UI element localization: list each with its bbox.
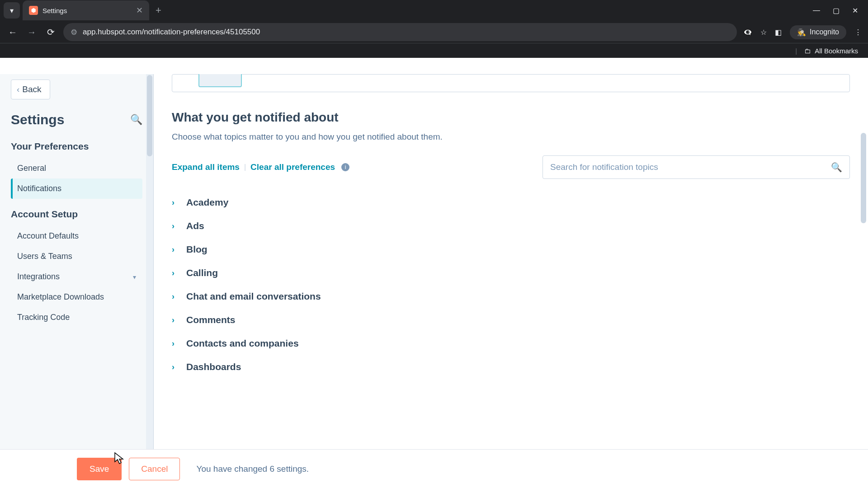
url-text: app.hubspot.com/notification-preferences… [83, 28, 260, 37]
close-tab-icon[interactable]: ✕ [136, 5, 143, 15]
search-icon[interactable]: 🔍 [831, 162, 842, 173]
forward-nav-icon[interactable]: → [25, 27, 38, 38]
main-scrollbar-thumb[interactable] [861, 133, 866, 223]
new-tab-button[interactable]: + [156, 5, 161, 16]
topic-label: Academy [186, 197, 228, 208]
chevron-right-icon: › [172, 315, 179, 325]
address-bar: ← → ⟳ ⚙ app.hubspot.com/notification-pre… [0, 21, 868, 43]
topic-row-comments[interactable]: ›Comments [172, 308, 850, 332]
topic-search-input[interactable] [550, 162, 831, 172]
topic-search-box[interactable]: 🔍 [542, 155, 850, 179]
topic-label: Contacts and companies [186, 338, 299, 349]
save-button[interactable]: Save [77, 458, 122, 480]
bookmark-star-icon[interactable]: ☆ [760, 28, 767, 37]
changed-count-text: You have changed 6 settings. [196, 464, 309, 474]
tab-bar: ▾ ⬢ Settings ✕ + ― ▢ ✕ [0, 0, 868, 21]
topic-label: Calling [186, 267, 218, 278]
folder-icon: 🗀 [804, 47, 811, 55]
topic-row-contacts-companies[interactable]: ›Contacts and companies [172, 332, 850, 355]
topic-row-dashboards[interactable]: ›Dashboards [172, 355, 850, 379]
sidebar-scrollbar-track[interactable] [146, 74, 153, 488]
settings-heading: Settings [11, 112, 64, 127]
topic-row-chat-email[interactable]: ›Chat and email conversations [172, 285, 850, 308]
section-subtext: Choose what topics matter to you and how… [172, 132, 850, 142]
bookmarks-bar: | 🗀 All Bookmarks [0, 43, 868, 58]
chevron-right-icon: › [172, 221, 179, 231]
chevron-right-icon: › [172, 198, 179, 207]
all-bookmarks-link[interactable]: All Bookmarks [815, 47, 858, 55]
topic-row-academy[interactable]: ›Academy [172, 191, 850, 214]
sidebar-item-marketplace-downloads[interactable]: Marketplace Downloads [11, 287, 142, 307]
browser-chrome: ▾ ⬢ Settings ✕ + ― ▢ ✕ ← → ⟳ ⚙ app.hubsp… [0, 0, 868, 58]
close-window-icon[interactable]: ✕ [852, 6, 858, 15]
topic-label: Comments [186, 314, 236, 325]
partial-card-above [172, 74, 850, 92]
topic-row-blog[interactable]: ›Blog [172, 238, 850, 261]
tab-title: Settings [42, 7, 132, 14]
maximize-icon[interactable]: ▢ [833, 6, 840, 15]
eye-off-icon[interactable]: 👁‍🗨 [743, 28, 752, 37]
incognito-icon: 🕵 [797, 28, 806, 37]
incognito-label: Incognito [810, 28, 839, 36]
hubspot-favicon: ⬢ [29, 6, 38, 15]
url-input[interactable]: ⚙ app.hubspot.com/notification-preferenc… [63, 23, 737, 41]
topic-label: Dashboards [186, 361, 241, 372]
kebab-menu-icon[interactable]: ⋮ [854, 28, 862, 37]
site-settings-icon[interactable]: ⚙ [71, 28, 77, 37]
main-content: What you get notified about Choose what … [154, 74, 868, 488]
chevron-down-icon: ▾ [133, 273, 136, 281]
chevron-left-icon: ‹ [17, 84, 19, 94]
tab-search-dropdown[interactable]: ▾ [4, 2, 20, 19]
chevron-right-icon: › [172, 339, 179, 348]
settings-sidebar: ‹ Back Settings 🔍 Your Preferences Gener… [0, 74, 154, 488]
app-frame: ‹ Back Settings 🔍 Your Preferences Gener… [0, 74, 868, 488]
sidebar-item-label: Tracking Code [17, 313, 70, 322]
side-panel-icon[interactable]: ◧ [775, 28, 782, 37]
reload-icon[interactable]: ⟳ [44, 27, 57, 38]
sidebar-item-label: Integrations [17, 272, 60, 282]
your-preferences-heading: Your Preferences [11, 141, 142, 152]
chevron-right-icon: › [172, 268, 179, 278]
expand-all-link[interactable]: Expand all items [172, 162, 240, 172]
topic-row-calling[interactable]: ›Calling [172, 261, 850, 285]
chevron-right-icon: › [172, 245, 179, 254]
divider: | [244, 163, 246, 171]
chevron-down-icon: ▾ [10, 6, 14, 15]
info-icon[interactable]: i [341, 163, 349, 171]
search-icon[interactable]: 🔍 [130, 114, 142, 126]
topic-label: Chat and email conversations [186, 291, 321, 302]
incognito-badge[interactable]: 🕵 Incognito [790, 25, 846, 39]
back-nav-icon[interactable]: ← [6, 27, 19, 38]
sidebar-item-integrations[interactable]: Integrations▾ [11, 267, 142, 287]
sidebar-item-account-defaults[interactable]: Account Defaults [11, 226, 142, 246]
sidebar-item-users-teams[interactable]: Users & Teams [11, 246, 142, 267]
cancel-button[interactable]: Cancel [129, 458, 180, 480]
minimize-icon[interactable]: ― [813, 6, 820, 15]
browser-tab[interactable]: ⬢ Settings ✕ [23, 0, 149, 20]
partial-selected-chip [198, 74, 242, 87]
account-setup-heading: Account Setup [11, 209, 142, 220]
topic-label: Ads [186, 221, 204, 231]
chevron-right-icon: › [172, 362, 179, 372]
back-button[interactable]: ‹ Back [11, 80, 50, 99]
sidebar-item-tracking-code[interactable]: Tracking Code [11, 307, 142, 328]
section-heading: What you get notified about [172, 110, 850, 125]
chevron-right-icon: › [172, 292, 179, 301]
back-label: Back [22, 84, 41, 94]
save-footer: Save Cancel You have changed 6 settings. [0, 449, 868, 488]
sidebar-item-notifications[interactable]: Notifications [11, 178, 142, 199]
sidebar-item-general[interactable]: General [11, 158, 142, 178]
clear-all-link[interactable]: Clear all preferences [250, 162, 335, 172]
sidebar-item-label: Account Defaults [17, 231, 79, 241]
sidebar-item-label: Notifications [17, 184, 61, 193]
topic-row-ads[interactable]: ›Ads [172, 214, 850, 238]
sidebar-scrollbar-thumb[interactable] [147, 75, 152, 156]
window-controls: ― ▢ ✕ [813, 6, 868, 15]
sidebar-item-label: Marketplace Downloads [17, 292, 104, 302]
topic-label: Blog [186, 244, 208, 255]
sidebar-item-label: Users & Teams [17, 252, 72, 261]
sidebar-item-label: General [17, 164, 46, 173]
